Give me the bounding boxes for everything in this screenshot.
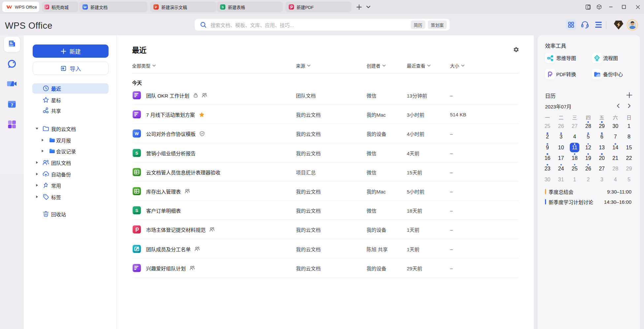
- svg-text:S: S: [222, 5, 224, 9]
- svg-text:7: 7: [11, 103, 13, 107]
- svg-text:P: P: [155, 5, 157, 9]
- svg-text:W: W: [83, 5, 87, 9]
